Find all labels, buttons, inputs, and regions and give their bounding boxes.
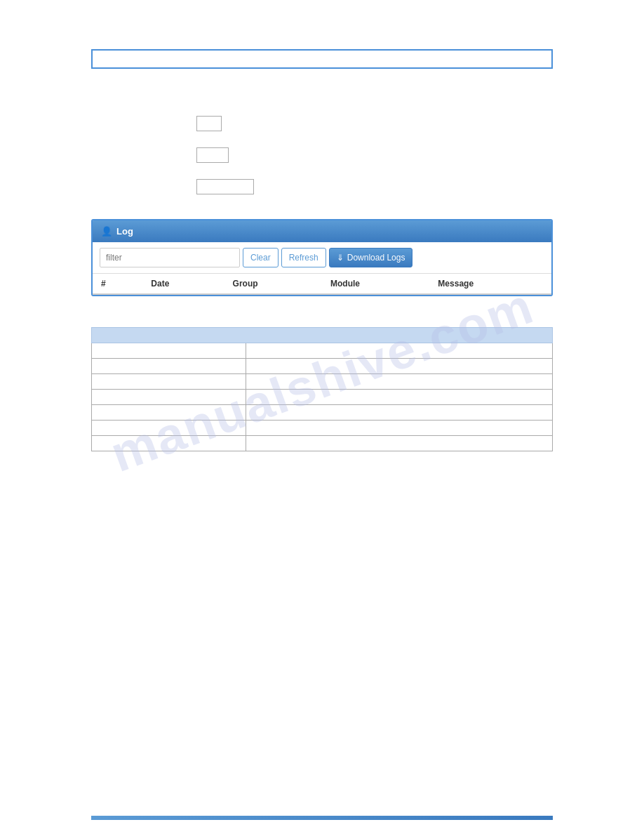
info-cell-right [246,343,553,359]
info-cell-right [246,405,553,421]
table-row [92,405,553,421]
table-row [92,359,553,374]
info-cell-left [92,421,246,436]
info-table-body [92,343,553,451]
info-cell-left [92,436,246,451]
col-module: Module [322,274,429,294]
download-icon: ⇓ [337,253,344,263]
log-panel-header: 👤 Log [93,220,551,242]
download-logs-label: Download Logs [347,253,405,263]
clear-button[interactable]: Clear [243,248,279,267]
small-input-2[interactable] [196,147,229,163]
footer-bar [91,816,553,820]
table-row [92,374,553,390]
download-logs-button[interactable]: ⇓ Download Logs [329,248,413,267]
log-table-header-row: # Date Group Module Message [93,274,551,294]
filter-input[interactable] [100,248,240,267]
log-toolbar: Clear Refresh ⇓ Download Logs [93,242,551,274]
log-title: Log [116,226,133,237]
info-table [91,327,553,451]
col-group: Group [224,274,322,294]
info-cell-left [92,405,246,421]
table-row [92,436,553,451]
info-cell-right [246,359,553,374]
info-cell-right [246,436,553,451]
refresh-button[interactable]: Refresh [281,248,326,267]
log-table: # Date Group Module Message [93,274,551,295]
info-cell-left [92,390,246,405]
info-cell-right [246,421,553,436]
info-cell-right [246,374,553,390]
log-panel: 👤 Log Clear Refresh ⇓ Download Logs # Da… [91,219,553,296]
info-cell-right [246,390,553,405]
table-row [92,343,553,359]
info-table-header-row [92,328,553,343]
table-row [92,421,553,436]
info-table-header [92,328,553,343]
info-cell-left [92,374,246,390]
small-input-3[interactable] [196,179,254,194]
log-icon: 👤 [101,226,112,237]
info-cell-left [92,343,246,359]
top-navigation-bar [91,49,553,69]
small-input-1[interactable] [196,116,222,131]
info-table-container [91,327,553,451]
table-row [92,390,553,405]
col-date: Date [142,274,224,294]
col-message: Message [429,274,551,294]
col-hash: # [93,274,142,294]
info-cell-left [92,359,246,374]
